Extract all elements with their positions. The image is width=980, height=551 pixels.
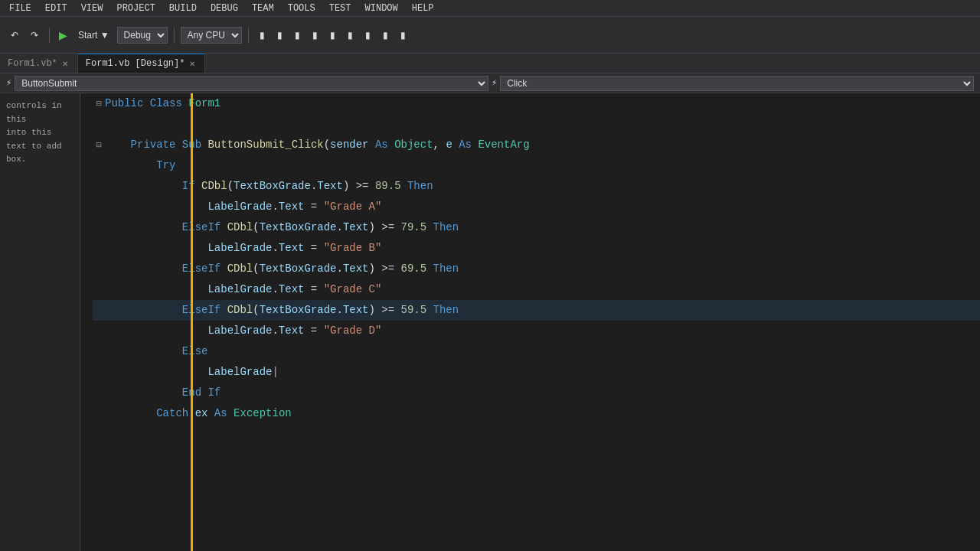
sep3 [248,28,249,43]
menu-help[interactable]: HELP [406,2,440,15]
collapse-9 [93,259,105,279]
nav-icon-right: ⚡ [492,77,497,89]
lightning-icon: ⚡ [6,77,11,89]
code-line-11: ElseIf CDbl(TextBoxGrade.Text) >= 59.5 T… [93,300,980,321]
collapse-14 [93,363,105,383]
line-content-15: End If [105,383,980,403]
tab-form1-design-label: Form1.vb [Design]* [86,58,185,69]
sidebar-hint-text: controls in this into this text to add b… [6,99,74,167]
tab-bar: Form1.vb* ✕ Form1.vb [Design]* ✕ [0,54,980,73]
code-line-14[interactable]: LabelGrade [93,362,980,383]
start-label[interactable]: Start ▼ [74,28,114,42]
menu-tools[interactable]: TOOLS [282,2,322,15]
toolbar-btn-5[interactable]: ▮ [325,28,340,42]
line-content-13: Else [105,341,980,361]
toolbar-btn-1[interactable]: ▮ [255,28,270,42]
collapse-11 [93,301,105,321]
code-line-9: ElseIf CDbl(TextBoxGrade.Text) >= 69.5 T… [93,259,980,279]
menu-build[interactable]: BUILD [163,2,203,15]
menu-test[interactable]: TEST [323,2,358,15]
menu-window[interactable]: WINDOW [359,2,404,15]
line-content-7: ElseIf CDbl(TextBoxGrade.Text) >= 79.5 T… [105,217,980,237]
collapse-3[interactable]: ⊟ [93,135,105,155]
code-editor[interactable]: ⊟ Public Class Form1 ⊟ Private Sub Butto… [80,93,980,551]
code-line-13: Else [93,341,980,362]
line-content-8: LabelGrade.Text = "Grade B" [105,238,980,258]
menu-project[interactable]: PROJECT [110,2,161,15]
code-line-7: ElseIf CDbl(TextBoxGrade.Text) >= 79.5 T… [93,217,980,238]
line-content-10: LabelGrade.Text = "Grade C" [105,279,980,299]
code-line-2 [93,114,980,135]
code-line-15: End If [93,383,980,403]
tab-form1-design[interactable]: Form1.vb [Design]* ✕ [78,54,206,73]
undo-btn[interactable]: ↶ [6,28,23,42]
collapse-5 [93,177,105,197]
line-content-3: Private Sub ButtonSubmit_Click(sender As… [105,135,980,155]
collapse-1[interactable]: ⊟ [93,94,105,114]
line-content-16: Catch ex As Exception [105,403,980,423]
toolbar-btn-3[interactable]: ▮ [290,28,305,42]
line-content-11: ElseIf CDbl(TextBoxGrade.Text) >= 59.5 T… [105,300,980,320]
debug-dropdown[interactable]: Debug [117,27,168,44]
menu-file[interactable]: FILE [3,2,38,15]
start-btn[interactable]: ▶ [56,28,70,43]
toolbar-left: ↶ ↷ ▶ Start ▼ Debug Any CPU ▮ ▮ ▮ ▮ ▮ ▮ … [6,27,410,44]
code-line-10: LabelGrade.Text = "Grade C" [93,279,980,300]
code-line-6: LabelGrade.Text = "Grade A" [93,197,980,217]
toolbar-btn-8[interactable]: ▮ [378,28,393,42]
cpu-dropdown[interactable]: Any CPU [181,27,242,44]
menu-team[interactable]: TEAM [246,2,280,15]
toolbar: ↶ ↷ ▶ Start ▼ Debug Any CPU ▮ ▮ ▮ ▮ ▮ ▮ … [0,17,980,54]
code-line-12: LabelGrade.Text = "Grade D" [93,321,980,341]
code-line-8: LabelGrade.Text = "Grade B" [93,238,980,259]
line-content-6: LabelGrade.Text = "Grade A" [105,197,980,217]
code-line-3: ⊟ Private Sub ButtonSubmit_Click(sender … [93,135,980,155]
yellow-indicator [191,93,193,551]
menu-bar: FILE EDIT VIEW PROJECT BUILD DEBUG TEAM … [0,0,980,17]
tab-form1-vb-label: Form1.vb* [8,58,57,69]
toolbar-btn-7[interactable]: ▮ [361,28,375,42]
nav-left-dropdown[interactable]: ButtonSubmit [15,76,488,91]
line-content-2 [105,114,980,134]
code-line-4: Try [93,155,980,176]
sep2 [174,28,175,43]
redo-btn[interactable]: ↷ [26,28,43,42]
menu-debug[interactable]: DEBUG [204,2,244,15]
collapse-8 [93,239,105,259]
collapse-6 [93,197,105,217]
tab-form1-vb-close[interactable]: ✕ [60,60,70,68]
collapse-15 [93,383,105,403]
line-content-5: If CDbl(TextBoxGrade.Text) >= 89.5 Then [105,176,980,196]
toolbar-btn-4[interactable]: ▮ [308,28,322,42]
toolbar-btn-6[interactable]: ▮ [343,28,358,42]
line-content-4: Try [105,155,980,175]
collapse-10 [93,280,105,300]
code-line-5: If CDbl(TextBoxGrade.Text) >= 89.5 Then [93,176,980,197]
line-content-14: LabelGrade [105,362,980,382]
collapse-16 [93,404,105,424]
sep1 [49,28,50,43]
menu-view[interactable]: VIEW [75,2,109,15]
collapse-4 [93,156,105,176]
nav-right-dropdown[interactable]: Click [500,76,974,91]
line-content-9: ElseIf CDbl(TextBoxGrade.Text) >= 69.5 T… [105,259,980,279]
nav-bar: ⚡ ButtonSubmit ⚡ Click [0,73,980,93]
code-content: ⊟ Public Class Form1 ⊟ Private Sub Butto… [80,93,980,424]
code-line-1: ⊟ Public Class Form1 [93,93,980,114]
code-line-16: Catch ex As Exception [93,403,980,424]
tab-form1-design-close[interactable]: ✕ [188,60,197,68]
line-content-1: Public Class Form1 [105,93,980,113]
toolbar-btn-9[interactable]: ▮ [396,28,410,42]
collapse-12 [93,321,105,341]
toolbar-btn-2[interactable]: ▮ [273,28,287,42]
main-area: controls in this into this text to add b… [0,93,980,551]
sidebar: controls in this into this text to add b… [0,93,80,551]
tab-form1-vb[interactable]: Form1.vb* ✕ [0,54,78,73]
collapse-7 [93,218,105,238]
collapse-13 [93,342,105,362]
collapse-2 [93,115,105,135]
line-content-12: LabelGrade.Text = "Grade D" [105,321,980,341]
menu-edit[interactable]: EDIT [39,2,74,15]
